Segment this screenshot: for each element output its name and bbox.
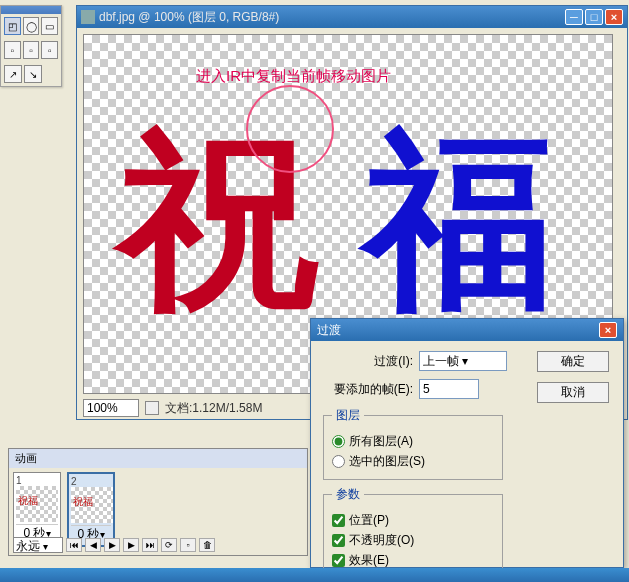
all-layers-radio[interactable] — [332, 435, 345, 448]
dialog-titlebar[interactable]: 过渡 × — [311, 319, 623, 341]
tween-dialog: 过渡 × 确定 取消 过渡(I): 上一帧 ▾ 要添加的帧(E): 图层 所有图… — [310, 318, 624, 568]
selected-layers-radio[interactable] — [332, 455, 345, 468]
frames-to-add-input[interactable] — [419, 379, 479, 399]
animation-controls: 永远 ▾ ⏮ ◀ ▶ ▶ ⏭ ⟳ ▫ 🗑 — [13, 537, 215, 553]
params-legend: 参数 — [332, 486, 364, 503]
prev-frame-button[interactable]: ◀ — [85, 538, 101, 552]
opacity-label: 不透明度(O) — [349, 532, 414, 549]
loop-select[interactable]: 永远 ▾ — [13, 537, 63, 553]
effect-label: 效果(E) — [349, 552, 389, 569]
tool-d[interactable]: ↗ — [4, 65, 22, 83]
tool-marquee[interactable]: ◯ — [23, 17, 40, 35]
layers-fieldset: 图层 所有图层(A) 选中的图层(S) — [323, 407, 503, 480]
tool-b[interactable]: ▫ — [23, 41, 40, 59]
ok-button[interactable]: 确定 — [537, 351, 609, 372]
maximize-button[interactable]: □ — [585, 9, 603, 25]
document-title: dbf.jpg @ 100% (图层 0, RGB/8#) — [99, 9, 565, 26]
frame-thumbnail — [71, 487, 113, 523]
frame-2[interactable]: 2 0 秒▾ — [67, 472, 115, 547]
animation-panel-title: 动画 — [9, 449, 307, 468]
status-info: 文档:1.12M/1.58M — [165, 400, 262, 417]
status-bar: 100% 文档:1.12M/1.58M — [83, 399, 262, 417]
frame-1[interactable]: 1 0 秒▾ — [13, 472, 61, 547]
position-checkbox[interactable] — [332, 514, 345, 527]
toolbox-panel: ◰ ◯ ▭ ▫ ▫ ▫ ↗ ↘ — [0, 5, 62, 87]
toolbox-titlebar[interactable] — [1, 6, 61, 14]
nav-button[interactable] — [145, 401, 159, 415]
frame-thumbnail — [16, 486, 58, 522]
annotation-text: 进入IR中复制当前帧移动图片 — [196, 67, 391, 86]
close-button[interactable]: × — [605, 9, 623, 25]
taskbar — [0, 568, 629, 582]
all-layers-label: 所有图层(A) — [349, 433, 413, 450]
next-frame-button[interactable]: ▶ — [123, 538, 139, 552]
frame-number: 2 — [71, 476, 111, 487]
frames-to-add-label: 要添加的帧(E): — [323, 381, 413, 398]
opacity-checkbox[interactable] — [332, 534, 345, 547]
layers-legend: 图层 — [332, 407, 364, 424]
transition-label: 过渡(I): — [323, 353, 413, 370]
cancel-button[interactable]: 取消 — [537, 382, 609, 403]
tool-c[interactable]: ▫ — [41, 41, 58, 59]
artwork-char-1: 祝 — [119, 95, 319, 351]
params-fieldset: 参数 位置(P) 不透明度(O) 效果(E) — [323, 486, 503, 579]
document-titlebar[interactable]: dbf.jpg @ 100% (图层 0, RGB/8#) ─ □ × — [77, 6, 627, 28]
delete-frame-button[interactable]: 🗑 — [199, 538, 215, 552]
tween-button[interactable]: ⟳ — [161, 538, 177, 552]
selected-layers-label: 选中的图层(S) — [349, 453, 425, 470]
zoom-field[interactable]: 100% — [83, 399, 139, 417]
play-button[interactable]: ▶ — [104, 538, 120, 552]
frame-number: 1 — [16, 475, 58, 486]
minimize-button[interactable]: ─ — [565, 9, 583, 25]
effect-checkbox[interactable] — [332, 554, 345, 567]
tool-selection[interactable]: ◰ — [4, 17, 21, 35]
last-frame-button[interactable]: ⏭ — [142, 538, 158, 552]
tool-move[interactable]: ▭ — [41, 17, 58, 35]
position-label: 位置(P) — [349, 512, 389, 529]
transition-select[interactable]: 上一帧 ▾ — [419, 351, 507, 371]
new-frame-button[interactable]: ▫ — [180, 538, 196, 552]
dialog-title: 过渡 — [317, 322, 341, 339]
first-frame-button[interactable]: ⏮ — [66, 538, 82, 552]
document-icon — [81, 10, 95, 24]
artwork-char-2: 福 — [364, 95, 554, 351]
animation-panel: 动画 1 0 秒▾ 2 0 秒▾ 永远 ▾ ⏮ ◀ ▶ ▶ ⏭ ⟳ ▫ 🗑 — [8, 448, 308, 556]
dialog-close-button[interactable]: × — [599, 322, 617, 338]
tool-e[interactable]: ↘ — [24, 65, 42, 83]
tool-a[interactable]: ▫ — [4, 41, 21, 59]
